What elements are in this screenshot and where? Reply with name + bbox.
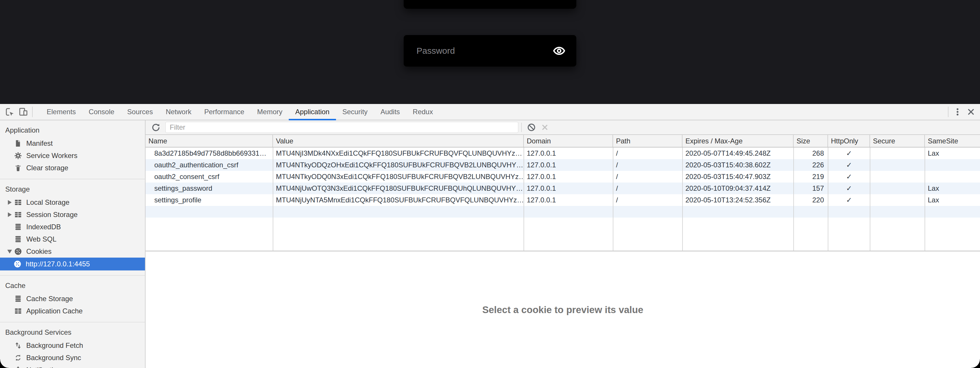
cell-path: / [613,171,682,182]
sidebar-item-label: Application Cache [26,307,83,315]
column-header-samesite[interactable]: SameSite [925,135,980,147]
sidebar-item-notifications[interactable]: Notifications [0,364,145,368]
cell-secure [870,159,925,171]
sidebar-item-label: Local Storage [26,198,69,206]
devtools-tabs: ElementsConsoleSourcesNetworkPerformance… [40,104,439,120]
tab-network[interactable]: Network [159,104,198,120]
refresh-icon[interactable] [149,121,162,134]
device-toolbar-icon[interactable] [16,105,30,118]
column-header-secure[interactable]: Secure [870,135,925,147]
cookie-row-settings_password[interactable]: settings_passwordMTU4NjUwOTQ3N3xEdi1CQkF… [146,182,980,194]
cell-size: 226 [794,159,828,171]
cell-samesite [925,206,980,218]
sidebar-item-local-storage[interactable]: Local Storage [0,196,145,208]
tab-application[interactable]: Application [289,104,336,120]
tab-security[interactable]: Security [336,104,374,120]
cell-domain [524,206,613,218]
cookie-icon [13,247,23,256]
expander-expanded-icon[interactable] [6,250,13,253]
cookie-row-settings_profile[interactable]: settings_profileMTU4NjUyNTA5MnxEdi1CQkFF… [146,194,980,206]
cell-httponly: ✓ [828,147,870,159]
cookie-row-oauth2_authenticatio[interactable]: oauth2_authentication_csrfMTU4NTkyODQzOH… [146,159,980,171]
block-icon[interactable] [525,121,538,134]
cell-expires: 2020-05-10T09:04:37.414Z [682,182,794,194]
kebab-menu-icon[interactable] [951,105,964,118]
cell-value: MTU4NjUwOTQ3N3xEdi1CQkFFQ180SUFBUkFCRUFB… [273,182,524,194]
clear-x-icon[interactable] [538,121,552,134]
column-divider[interactable] [870,147,870,251]
tab-sources[interactable]: Sources [121,104,159,120]
cell-httponly: ✓ [828,159,870,171]
cookie-table-body: 8a3d27185b49d7758d8bb669331…MTU4NjI3MDk4… [146,147,980,251]
tab-elements[interactable]: Elements [40,104,82,120]
column-divider[interactable] [682,147,683,251]
inspect-icon[interactable] [3,105,16,118]
column-divider[interactable] [613,147,613,251]
sidebar-item-clear-storage[interactable]: Clear storage [0,162,145,174]
column-header-expires-max-age[interactable]: Expires / Max-Age [682,135,794,147]
bell-icon [13,365,23,368]
cell-value: MTU4NTkyODQ0N3xEdi1CQkFFQ180SUFBUkFCRUFB… [273,171,524,182]
text-field-partial[interactable] [404,0,576,9]
sidebar-item-session-storage[interactable]: Session Storage [0,208,145,221]
tab-redux[interactable]: Redux [406,104,439,120]
cookies-toolbar [146,120,980,135]
cell-expires [682,206,794,218]
close-icon[interactable] [964,105,978,118]
cell-domain: 127.0.0.1 [524,182,613,194]
column-divider[interactable] [924,147,925,251]
cookies-pane: NameValueDomainPathExpires / Max-AgeSize… [146,120,980,368]
sidebar-section-storage: StorageLocal StorageSession StorageIndex… [0,179,145,275]
sidebar-item-background-sync[interactable]: Background Sync [0,352,145,364]
cell-value: MTU4NjUyNTA5MnxEdi1CQkFFQ180SUFBUkFCRUFB… [273,194,524,206]
sidebar-item-background-fetch[interactable]: Background Fetch [0,339,145,352]
cell-samesite: Lax [925,182,980,194]
column-divider[interactable] [793,147,794,251]
sidebar-item-web-sql[interactable]: Web SQL [0,233,145,245]
tab-console[interactable]: Console [82,104,121,120]
column-divider[interactable] [523,147,524,251]
expander-collapsed-icon[interactable] [6,212,13,217]
column-header-name[interactable]: Name [146,135,273,147]
cell-httponly: ✓ [828,171,870,182]
cookie-row-8a3d27185b49d7758d8b[interactable]: 8a3d27185b49d7758d8bb669331…MTU4NjI3MDk4… [146,147,980,159]
sidebar-item-manifest[interactable]: Manifest [0,137,145,150]
tab-audits[interactable]: Audits [374,104,406,120]
cell-value: MTU4NTkyODQzOHxEdi1CQkFFQ180SUFBUkFCRUFB… [273,159,524,171]
column-divider[interactable] [828,147,828,251]
sidebar-item-label: Notifications [26,366,64,368]
sidebar-item-application-cache[interactable]: Application Cache [0,305,145,317]
tab-memory[interactable]: Memory [251,104,289,120]
sidebar-item-label: Session Storage [26,211,78,219]
sidebar-item-service-workers[interactable]: Service Workers [0,150,145,162]
sidebar-section-cache: CacheCache StorageApplication Cache [0,275,145,322]
cell-value [273,206,524,218]
empty-row[interactable] [146,206,980,218]
cell-path: / [613,147,682,159]
sidebar-section-application: ApplicationManifestService WorkersClear … [0,120,145,179]
sidebar-item-http-127.0.0.1-4455[interactable]: http://127.0.0.1:4455 [0,258,145,270]
column-header-size[interactable]: Size [794,135,828,147]
tab-performance[interactable]: Performance [198,104,251,120]
filter-input[interactable] [165,122,518,133]
sidebar-item-label: Service Workers [26,152,78,160]
column-header-value[interactable]: Value [273,135,524,147]
sidebar-item-cache-storage[interactable]: Cache Storage [0,293,145,305]
column-header-httponly[interactable]: HttpOnly [828,135,870,147]
password-input[interactable] [404,46,553,56]
password-field[interactable] [404,35,576,67]
expander-collapsed-icon[interactable] [6,200,13,205]
column-header-domain[interactable]: Domain [524,135,613,147]
cell-size: 219 [794,171,828,182]
column-header-path[interactable]: Path [613,135,682,147]
fetch-arrows-icon [13,341,23,350]
cell-path [613,206,682,218]
cell-domain: 127.0.0.1 [524,194,613,206]
column-divider[interactable] [273,147,273,251]
gear-icon [13,151,23,160]
eye-icon[interactable] [553,46,565,56]
sidebar-item-label: http://127.0.0.1:4455 [25,260,90,268]
cookie-row-oauth2_consent_csrf[interactable]: oauth2_consent_csrfMTU4NTkyODQ0N3xEdi1CQ… [146,171,980,182]
sidebar-item-indexeddb[interactable]: IndexedDB [0,221,145,233]
sidebar-item-cookies[interactable]: Cookies [0,245,145,258]
